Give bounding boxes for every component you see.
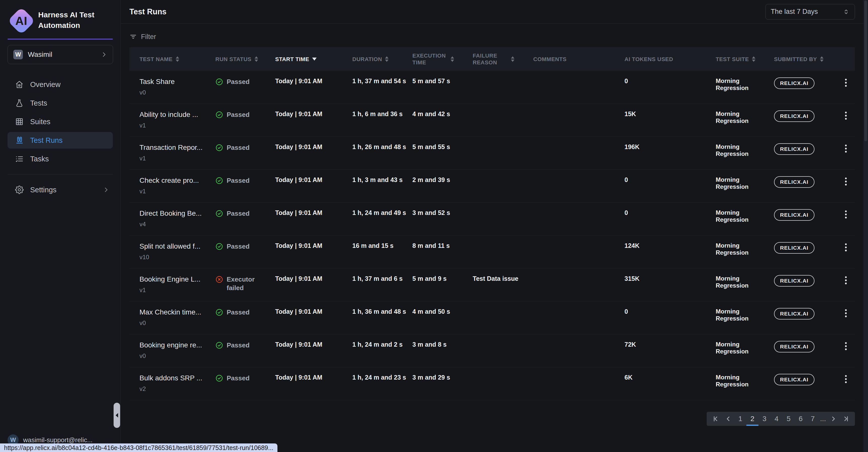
execution-time: 5 m and 55 s <box>412 137 473 170</box>
table-row[interactable]: Check create pro... v1 Passed Today | 9:… <box>129 170 855 203</box>
submitted-by-cell: RELICX.AI <box>774 269 840 301</box>
run-status-cell: Passed <box>215 301 275 334</box>
sidebar-item-suites[interactable]: Suites <box>7 113 113 130</box>
scrollbar[interactable] <box>864 0 868 452</box>
column-header-failure-reason[interactable]: FAILURE REASON <box>473 52 533 66</box>
table-row[interactable]: Direct Booking Be... v4 Passed Today | 9… <box>129 203 855 236</box>
flask-icon <box>15 99 24 107</box>
test-name-cell[interactable]: Bulk addons SRP ... v2 <box>140 367 215 400</box>
table-row[interactable]: Ability to include ... v1 Passed Today |… <box>129 104 855 137</box>
ai-tokens-used: 0 <box>624 203 716 235</box>
page-2-button[interactable]: 2 <box>746 412 758 426</box>
page-5-button[interactable]: 5 <box>782 412 795 426</box>
sidebar-item-overview[interactable]: Overview <box>7 76 113 93</box>
filter-label: Filter <box>141 33 156 41</box>
chevron-right-icon <box>103 186 109 193</box>
submitted-by-cell: RELICX.AI <box>774 170 840 202</box>
run-status-label: Passed <box>227 242 250 251</box>
column-header-test-name[interactable]: TEST NAME <box>140 56 215 63</box>
page-3-button[interactable]: 3 <box>758 412 771 426</box>
page-6-button[interactable]: 6 <box>795 412 807 426</box>
test-name-cell[interactable]: Direct Booking Be... v4 <box>140 203 215 235</box>
test-name-cell[interactable]: Transaction Repor... v1 <box>140 137 215 170</box>
test-suite: Morning Regression <box>716 203 774 235</box>
table-row[interactable]: Bulk addons SRP ... v2 Passed Today | 9:… <box>129 367 855 400</box>
workspace-avatar: W <box>13 50 23 59</box>
test-name-cell[interactable]: Split not allowed f... v10 <box>140 236 215 268</box>
table-row[interactable]: Booking Engine L... v1 Executor failed T… <box>129 269 855 301</box>
table-row[interactable]: Max Checkin time... v0 Passed Today | 9:… <box>129 301 855 334</box>
test-version: v0 <box>140 320 215 327</box>
test-name-cell[interactable]: Ability to include ... v1 <box>140 104 215 137</box>
column-header-run-status[interactable]: RUN STATUS <box>215 56 275 63</box>
kebab-menu-button[interactable] <box>840 143 852 154</box>
test-name-cell[interactable]: Booking engine re... v0 <box>140 334 215 367</box>
table-row[interactable]: Transaction Repor... v1 Passed Today | 9… <box>129 137 855 170</box>
filter-button[interactable]: Filter <box>129 33 156 41</box>
start-time: Today | 9:01 AM <box>275 137 352 170</box>
column-header-start-time[interactable]: START TIME <box>275 56 352 63</box>
column-header-duration[interactable]: DURATION <box>352 56 412 63</box>
execution-time: 5 m and 57 s <box>412 71 473 103</box>
sidebar-item-tests[interactable]: Tests <box>7 95 113 111</box>
kebab-menu-button[interactable] <box>840 374 852 384</box>
page-4-button[interactable]: 4 <box>771 412 782 426</box>
run-status-label: Passed <box>227 341 250 350</box>
test-name: Check create pro... <box>140 176 215 185</box>
table-row[interactable]: Task Share v0 Passed Today | 9:01 AM 1 h… <box>129 71 855 104</box>
kebab-menu-button[interactable] <box>840 275 852 285</box>
logo-ai-text: AI <box>7 7 35 35</box>
next-page-button[interactable] <box>827 412 839 426</box>
kebab-menu-button[interactable] <box>840 242 852 253</box>
start-time: Today | 9:01 AM <box>275 71 352 103</box>
run-status-label: Passed <box>227 209 250 218</box>
start-time: Today | 9:01 AM <box>275 269 352 301</box>
test-name-cell[interactable]: Max Checkin time... v0 <box>140 301 215 334</box>
sidebar-collapse-handle[interactable] <box>114 403 120 428</box>
column-header-test-suite[interactable]: TEST SUITE <box>716 56 774 63</box>
page-1-button[interactable]: 1 <box>734 412 746 426</box>
test-name-cell[interactable]: Task Share v0 <box>140 71 215 103</box>
test-suite: Morning Regression <box>716 137 774 170</box>
date-range-select[interactable]: The last 7 Days <box>766 4 855 20</box>
workspace-switcher[interactable]: W Wasimil <box>7 45 113 64</box>
duration: 1 h, 24 m and 2 s <box>352 334 412 367</box>
last-page-button[interactable] <box>839 412 851 426</box>
kebab-menu-button[interactable] <box>840 110 852 121</box>
execution-time: 3 m and 52 s <box>412 203 473 235</box>
column-header-submitted-by[interactable]: SUBMITTED BY <box>774 56 840 63</box>
prev-page-button[interactable] <box>722 412 734 426</box>
submitted-by-cell: RELICX.AI <box>774 137 840 170</box>
pagination-ellipsis: ... <box>819 412 827 426</box>
sidebar-item-test-runs[interactable]: Test Runs <box>7 132 113 149</box>
sidebar-item-settings[interactable]: Settings <box>7 181 113 198</box>
first-page-button[interactable] <box>710 412 722 426</box>
column-header-execution-time[interactable]: EXECUTION TIME <box>412 52 473 66</box>
page-7-button[interactable]: 7 <box>807 412 819 426</box>
test-name-cell[interactable]: Booking Engine L... v1 <box>140 269 215 301</box>
failure-reason <box>473 236 533 268</box>
app-title: Harness AI Test Automation <box>38 9 101 31</box>
submitted-by-badge: RELICX.AI <box>774 341 814 353</box>
sidebar-item-tasks[interactable]: Tasks <box>7 151 113 167</box>
test-version: v1 <box>140 287 215 294</box>
kebab-menu-button[interactable] <box>840 78 852 88</box>
scrollbar-thumb[interactable] <box>864 0 867 141</box>
gear-icon <box>15 185 24 194</box>
main-content: Test Runs The last 7 Days Filter TEST NA… <box>121 0 864 452</box>
comments <box>533 367 624 400</box>
test-name-cell[interactable]: Check create pro... v1 <box>140 170 215 202</box>
row-actions-cell <box>840 203 855 235</box>
kebab-menu-button[interactable] <box>840 176 852 187</box>
failure-reason: Test Data issue <box>473 269 533 301</box>
kebab-menu-button[interactable] <box>840 308 852 319</box>
table-row[interactable]: Booking engine re... v0 Passed Today | 9… <box>129 334 855 367</box>
kebab-icon <box>842 276 849 284</box>
sort-icon <box>820 56 824 62</box>
kebab-icon <box>842 79 849 87</box>
ai-tokens-used: 15K <box>624 104 716 137</box>
kebab-menu-button[interactable] <box>840 209 852 220</box>
duration: 16 m and 15 s <box>352 236 412 268</box>
table-row[interactable]: Split not allowed f... v10 Passed Today … <box>129 236 855 269</box>
kebab-menu-button[interactable] <box>840 341 852 352</box>
